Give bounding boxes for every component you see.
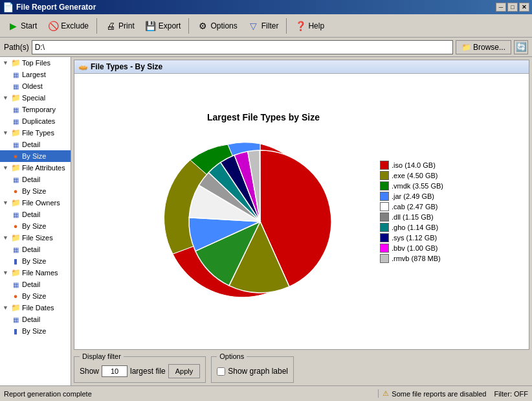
sidebar-item-fd-bysize[interactable]: ▮ By Size <box>0 325 71 337</box>
bar-icon: ▮ <box>10 326 21 336</box>
path-input[interactable] <box>32 40 453 54</box>
options-button[interactable]: ⚙ Options <box>192 17 241 35</box>
legend-item: .sys (1.12 GB) <box>380 233 443 242</box>
main-area: ▼ 📁 Top Files ▦ Largest ▦ Oldest ▼ 📁 Spe… <box>0 57 532 385</box>
filter-button[interactable]: ▽ Filter <box>243 17 283 35</box>
bar-icon: ▮ <box>10 256 21 266</box>
exclude-button[interactable]: 🚫 Exclude <box>43 17 93 35</box>
grid-icon: ▦ <box>10 174 21 185</box>
legend-item: .vmdk (3.55 GB) <box>380 181 443 190</box>
filter-text: Filter: OFF <box>494 390 528 398</box>
filter-icon: ▽ <box>248 20 260 32</box>
sidebar-item-file-sizes[interactable]: ▼ 📁 File Sizes <box>0 232 71 244</box>
legend-color-box <box>380 171 389 180</box>
close-button[interactable]: ✕ <box>519 3 529 12</box>
grid-icon: ▦ <box>10 116 21 126</box>
sidebar-item-temporary[interactable]: ▦ Temporary <box>0 104 71 115</box>
display-filter-legend: Display filter <box>80 352 124 360</box>
legend-label: .sys (1.12 GB) <box>392 234 437 242</box>
sidebar-label-duplicates: Duplicates <box>22 117 55 125</box>
title-bar: 📄 File Report Generator ─ □ ✕ <box>0 0 532 14</box>
legend-label: .gho (1.14 GB) <box>392 223 438 231</box>
sidebar-label-fn-detail: Detail <box>22 281 40 288</box>
maximize-button[interactable]: □ <box>507 3 518 12</box>
legend-item: .rmvb (878 MB) <box>380 254 443 263</box>
show-value-input[interactable] <box>102 365 127 377</box>
exclude-label: Exclude <box>61 21 89 30</box>
sidebar-label-fa-bysize: By Size <box>22 187 46 195</box>
grid-icon: ▦ <box>10 69 21 80</box>
chart-panel: 🥧 File Types - By Size Largest File Type… <box>74 60 529 350</box>
folder-icon: 📁 <box>10 303 21 313</box>
folder-icon: 📁 <box>10 93 21 103</box>
help-icon: ❓ <box>294 20 306 32</box>
sidebar-item-file-attributes[interactable]: ▼ 📁 File Attributes <box>0 162 71 174</box>
sidebar-item-duplicates[interactable]: ▦ Duplicates <box>0 115 71 127</box>
legend-item: .dll (1.15 GB) <box>380 212 443 222</box>
sidebar-item-oldest[interactable]: ▦ Oldest <box>0 80 71 92</box>
sidebar-item-file-types[interactable]: ▼ 📁 File Types <box>0 127 71 139</box>
sidebar-item-fo-detail[interactable]: ▦ Detail <box>0 209 71 220</box>
sidebar-label-file-names: File Names <box>22 269 58 277</box>
start-button[interactable]: ▶ Start <box>3 17 41 35</box>
folder-icon: 📁 <box>10 128 21 138</box>
app-icon: 📄 <box>3 2 14 12</box>
sidebar-item-ft-bysize[interactable]: ● By Size <box>0 150 71 162</box>
status-bar: Report generation complete ⚠ Some file r… <box>0 385 532 401</box>
sidebar-item-fn-bysize[interactable]: ● By Size <box>0 290 71 302</box>
sidebar-label-fa-detail: Detail <box>22 176 40 183</box>
sidebar-item-fs-bysize[interactable]: ▮ By Size <box>0 255 71 267</box>
sidebar-item-fd-detail[interactable]: ▦ Detail <box>0 314 71 325</box>
help-button[interactable]: ❓ Help <box>290 17 329 35</box>
legend-color-box <box>380 254 389 263</box>
sidebar-item-fs-detail[interactable]: ▦ Detail <box>0 244 71 255</box>
pie-group <box>189 150 331 293</box>
minimize-button[interactable]: ─ <box>496 3 506 12</box>
sidebar-item-file-owners[interactable]: ▼ 📁 File Owners <box>0 197 71 209</box>
sidebar-item-fo-bysize[interactable]: ● By Size <box>0 220 71 232</box>
legend-item: .bbv (1.00 GB) <box>380 244 443 253</box>
show-graph-label-checkbox[interactable] <box>217 367 225 376</box>
separator-1 <box>96 18 97 34</box>
pie-icon: ● <box>10 221 21 231</box>
sidebar-item-top-files[interactable]: ▼ 📁 Top Files <box>0 57 71 69</box>
print-button[interactable]: 🖨 Print <box>100 17 139 35</box>
apply-button[interactable]: Apply <box>168 364 201 378</box>
sidebar-item-largest[interactable]: ▦ Largest <box>0 69 71 80</box>
sidebar-label-fn-bysize: By Size <box>22 292 46 300</box>
sidebar-item-ft-detail[interactable]: ▦ Detail <box>0 139 71 150</box>
help-label: Help <box>308 21 324 30</box>
sidebar-item-fn-detail[interactable]: ▦ Detail <box>0 279 71 290</box>
legend-label: .jar (2.49 GB) <box>392 192 434 200</box>
path-label: Path(s) <box>4 43 29 52</box>
pie-icon: ● <box>10 291 21 301</box>
folder-icon: 📁 <box>10 58 21 68</box>
status-right: ⚠ Some file reports are disabled Filter:… <box>378 389 532 398</box>
exclude-icon: 🚫 <box>47 20 59 32</box>
sidebar-label-ft-detail: Detail <box>22 141 40 148</box>
sidebar-item-fa-bysize[interactable]: ● By Size <box>0 185 71 197</box>
sidebar-label-fs-bysize: By Size <box>22 257 46 265</box>
legend-item: .gho (1.14 GB) <box>380 223 443 232</box>
expand-icon: ▼ <box>3 60 10 66</box>
sidebar-label-file-owners: File Owners <box>22 199 60 207</box>
legend-label: .cab (2.47 GB) <box>392 203 438 211</box>
folder-icon: 📁 <box>10 163 21 173</box>
status-left-text: Report generation complete <box>0 390 378 398</box>
sidebar-item-file-dates[interactable]: ▼ 📁 File Dates <box>0 302 71 314</box>
start-icon: ▶ <box>7 20 19 32</box>
export-button[interactable]: 💾 Export <box>140 17 186 35</box>
browse-button[interactable]: 📁 Browse... <box>456 40 511 54</box>
sidebar-item-fa-detail[interactable]: ▦ Detail <box>0 174 71 185</box>
sidebar-item-special[interactable]: ▼ 📁 Special <box>0 92 71 104</box>
sidebar-label-special: Special <box>22 94 45 102</box>
options-label: Options <box>210 21 237 30</box>
refresh-button[interactable]: 🔄 <box>514 40 528 54</box>
sidebar-label-file-types: File Types <box>22 129 54 137</box>
show-graph-label-text: Show graph label <box>228 367 288 376</box>
sidebar-label-fd-detail: Detail <box>22 315 40 323</box>
pie-icon: ● <box>10 151 21 161</box>
sidebar-item-file-names[interactable]: ▼ 📁 File Names <box>0 267 71 279</box>
legend-color-box <box>380 192 389 201</box>
folder-icon: 📁 <box>10 233 21 243</box>
